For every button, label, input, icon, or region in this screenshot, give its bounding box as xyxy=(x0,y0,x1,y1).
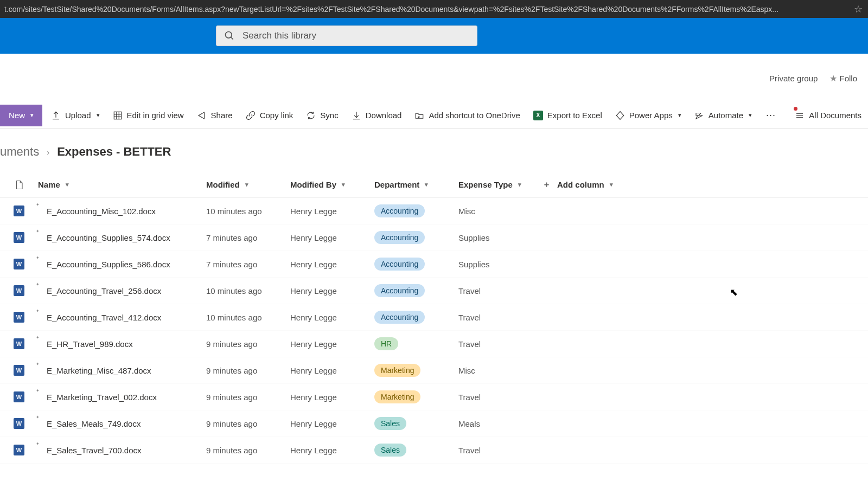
table-row[interactable]: E_Sales_Travel_700.docx9 minutes agoHenr… xyxy=(0,437,868,464)
department-badge: Sales xyxy=(374,444,406,457)
word-doc-icon xyxy=(14,418,24,429)
expense-type-cell: Misc xyxy=(458,207,542,216)
browser-url[interactable]: t.com/sites/TestSite/Shared%20Documents/… xyxy=(4,5,848,14)
modified-cell: 10 minutes ago xyxy=(206,286,290,296)
link-icon xyxy=(246,111,256,120)
expense-type-cell: Meals xyxy=(458,419,542,428)
file-name-cell[interactable]: E_Accounting_Travel_412.docx xyxy=(38,313,206,322)
file-type-cell xyxy=(0,259,38,269)
file-name-cell[interactable]: E_Sales_Travel_700.docx xyxy=(38,446,206,455)
expense-type-cell: Travel xyxy=(458,393,542,402)
edit-grid-button[interactable]: Edit in grid view xyxy=(106,102,190,129)
column-modified[interactable]: Modified▾ xyxy=(206,180,290,189)
copy-link-button[interactable]: Copy link xyxy=(239,102,300,129)
bookmark-star-icon[interactable]: ☆ xyxy=(853,3,864,15)
download-button[interactable]: Download xyxy=(345,102,409,129)
file-type-cell xyxy=(0,445,38,455)
file-name-cell[interactable]: E_HR_Travel_989.docx xyxy=(38,339,206,349)
modified-by-cell: Henry Legge xyxy=(290,286,374,296)
modified-by-cell: Henry Legge xyxy=(290,393,374,402)
command-bar: New▾ Upload▾ Edit in grid view Share Cop… xyxy=(0,102,868,129)
modified-cell: 7 minutes ago xyxy=(206,233,290,242)
search-input[interactable] xyxy=(242,30,469,41)
export-excel-button[interactable]: X Export to Excel xyxy=(527,102,609,129)
file-name-cell[interactable]: E_Sales_Meals_749.docx xyxy=(38,419,206,428)
file-type-cell xyxy=(0,365,38,376)
department-cell: Sales xyxy=(374,444,458,457)
folder-shortcut-icon xyxy=(414,111,424,120)
upload-button[interactable]: Upload▾ xyxy=(44,102,106,129)
plus-icon: ＋ xyxy=(542,179,551,190)
file-name-cell[interactable]: E_Marketing_Misc_487.docx xyxy=(38,366,206,375)
column-modified-by[interactable]: Modified By▾ xyxy=(290,180,374,189)
table-row[interactable]: E_Accounting_Travel_256.docx10 minutes a… xyxy=(0,278,868,304)
browser-address-bar[interactable]: t.com/sites/TestSite/Shared%20Documents/… xyxy=(0,0,868,18)
svg-line-1 xyxy=(231,37,233,40)
chevron-down-icon: ▾ xyxy=(610,181,613,188)
share-button[interactable]: Share xyxy=(190,102,239,129)
share-icon xyxy=(197,111,207,120)
file-name-cell[interactable]: E_Marketing_Travel_002.docx xyxy=(38,393,206,402)
word-doc-icon xyxy=(14,445,24,455)
department-cell: Accounting xyxy=(374,284,458,297)
department-cell: Marketing xyxy=(374,390,458,403)
table-row[interactable]: E_Accounting_Supplies_586.docx7 minutes … xyxy=(0,251,868,278)
department-badge: Marketing xyxy=(374,390,420,403)
modified-by-cell: Henry Legge xyxy=(290,233,374,242)
department-badge: Accounting xyxy=(374,311,425,324)
shortcut-button[interactable]: Add shortcut to OneDrive xyxy=(408,102,526,129)
more-commands-button[interactable]: ··· xyxy=(758,110,783,121)
breadcrumb: uments › Expenses - BETTER xyxy=(0,129,868,172)
column-department[interactable]: Department▾ xyxy=(374,180,458,189)
table-row[interactable]: E_Accounting_Misc_102.docx10 minutes ago… xyxy=(0,198,868,224)
modified-by-cell: Henry Legge xyxy=(290,366,374,375)
column-name[interactable]: Name▾ xyxy=(38,180,206,189)
modified-cell: 9 minutes ago xyxy=(206,366,290,375)
automate-icon xyxy=(694,111,704,120)
modified-by-cell: Henry Legge xyxy=(290,313,374,322)
chevron-right-icon: › xyxy=(47,147,49,157)
automate-button[interactable]: Automate▾ xyxy=(688,102,758,129)
follow-button[interactable]: ★ Follo xyxy=(829,73,857,84)
breadcrumb-parent[interactable]: uments xyxy=(0,145,39,159)
file-name-cell[interactable]: E_Accounting_Supplies_574.docx xyxy=(38,233,206,242)
search-box[interactable] xyxy=(216,25,477,46)
new-button[interactable]: New▾ xyxy=(0,105,42,126)
table-row[interactable]: E_HR_Travel_989.docx9 minutes agoHenry L… xyxy=(0,331,868,357)
modified-cell: 9 minutes ago xyxy=(206,419,290,428)
word-doc-icon xyxy=(14,285,24,296)
sync-icon xyxy=(306,111,316,120)
table-row[interactable]: E_Accounting_Travel_412.docx10 minutes a… xyxy=(0,304,868,331)
chevron-down-icon: ▾ xyxy=(518,181,521,188)
modified-by-cell: Henry Legge xyxy=(290,419,374,428)
department-badge: Accounting xyxy=(374,284,425,297)
department-cell: Accounting xyxy=(374,231,458,244)
column-file-type[interactable] xyxy=(14,179,24,191)
table-header-row: Name▾ Modified▾ Modified By▾ Department▾… xyxy=(0,172,868,198)
chevron-down-icon: ▾ xyxy=(97,112,100,119)
expense-type-cell: Travel xyxy=(458,446,542,455)
table-row[interactable]: E_Accounting_Supplies_574.docx7 minutes … xyxy=(0,224,868,251)
sync-button[interactable]: Sync xyxy=(299,102,344,129)
chevron-down-icon: ▾ xyxy=(425,181,428,188)
chevron-down-icon: ▾ xyxy=(749,112,752,119)
breadcrumb-current: Expenses - BETTER xyxy=(57,145,171,159)
modified-by-cell: Henry Legge xyxy=(290,339,374,349)
table-row[interactable]: E_Sales_Meals_749.docx9 minutes agoHenry… xyxy=(0,410,868,437)
table-row[interactable]: E_Marketing_Travel_002.docx9 minutes ago… xyxy=(0,384,868,410)
file-name-cell[interactable]: E_Accounting_Travel_256.docx xyxy=(38,286,206,296)
word-doc-icon xyxy=(14,259,24,269)
power-apps-button[interactable]: Power Apps▾ xyxy=(609,102,688,129)
table-row[interactable]: E_Marketing_Misc_487.docx9 minutes agoHe… xyxy=(0,357,868,384)
view-selector-button[interactable]: All Documents xyxy=(788,102,868,129)
word-doc-icon xyxy=(14,232,24,243)
file-name-cell[interactable]: E_Accounting_Supplies_586.docx xyxy=(38,260,206,269)
add-column-button[interactable]: ＋Add column▾ xyxy=(542,179,635,190)
column-expense-type[interactable]: Expense Type▾ xyxy=(458,180,542,189)
file-name-cell[interactable]: E_Accounting_Misc_102.docx xyxy=(38,207,206,216)
svg-point-0 xyxy=(226,32,232,38)
download-icon xyxy=(352,111,361,120)
chevron-down-icon: ▾ xyxy=(342,181,345,188)
chevron-down-icon: ▾ xyxy=(66,181,69,188)
notification-dot-icon xyxy=(794,107,797,111)
